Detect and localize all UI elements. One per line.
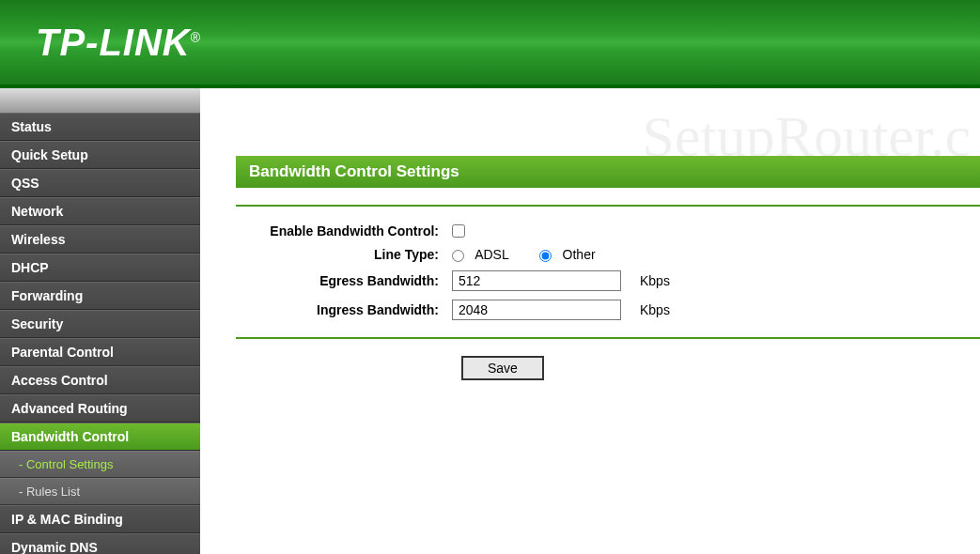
sidebar-item-ip-mac-binding[interactable]: IP & MAC Binding (0, 505, 200, 533)
header: TP-LINK® (0, 0, 980, 88)
radio-other-label: Other (563, 247, 596, 262)
divider-top (236, 205, 980, 207)
ingress-label: Ingress Bandwidth: (236, 302, 452, 317)
sidebar-item-security[interactable]: Security (0, 310, 200, 338)
sidebar-item-wireless[interactable]: Wireless (0, 225, 200, 254)
ingress-unit: Kbps (640, 302, 670, 317)
sidebar-item-qss[interactable]: QSS (0, 169, 200, 197)
content-area: SetupRouter.c Bandwidth Control Settings… (200, 113, 980, 554)
line-type-row: Line Type: ADSL Other (236, 247, 980, 262)
sidebar-sub-control-settings[interactable]: - Control Settings (0, 451, 200, 478)
sidebar-item-status[interactable]: Status (0, 113, 200, 141)
ingress-input[interactable] (452, 300, 621, 320)
radio-adsl[interactable] (452, 250, 464, 262)
page-title: Bandwidth Control Settings (236, 156, 980, 188)
header-gap (0, 88, 980, 113)
egress-unit: Kbps (640, 273, 670, 288)
save-button[interactable]: Save (461, 356, 544, 380)
enable-row: Enable Bandwidth Control: (236, 223, 980, 239)
line-type-label: Line Type: (236, 247, 452, 262)
egress-label: Egress Bandwidth: (236, 273, 452, 288)
main-container: Status Quick Setup QSS Network Wireless … (0, 113, 980, 554)
registered-mark: ® (191, 29, 201, 44)
settings-form: Enable Bandwidth Control: Line Type: ADS… (236, 223, 980, 320)
ingress-row: Ingress Bandwidth: Kbps (236, 300, 980, 320)
sidebar-item-dhcp[interactable]: DHCP (0, 254, 200, 282)
egress-input[interactable] (452, 270, 621, 291)
sidebar: Status Quick Setup QSS Network Wireless … (0, 113, 200, 554)
sidebar-item-access-control[interactable]: Access Control (0, 366, 200, 394)
radio-other-wrapper[interactable]: Other (539, 247, 596, 262)
radio-other[interactable] (539, 250, 552, 262)
brand-logo: TP-LINK® (36, 22, 201, 64)
sidebar-item-network[interactable]: Network (0, 197, 200, 225)
button-row: Save (236, 356, 980, 380)
egress-row: Egress Bandwidth: Kbps (236, 270, 980, 291)
brand-text: TP-LINK (36, 22, 191, 63)
sidebar-item-dynamic-dns[interactable]: Dynamic DNS (0, 533, 200, 554)
sidebar-sub-rules-list[interactable]: - Rules List (0, 478, 200, 505)
sidebar-item-quick-setup[interactable]: Quick Setup (0, 141, 200, 169)
divider-bottom (236, 337, 980, 339)
radio-adsl-label: ADSL (474, 247, 509, 262)
sidebar-item-bandwidth-control[interactable]: Bandwidth Control (0, 423, 200, 451)
sidebar-item-advanced-routing[interactable]: Advanced Routing (0, 394, 200, 423)
enable-checkbox[interactable] (452, 224, 465, 238)
sidebar-item-forwarding[interactable]: Forwarding (0, 282, 200, 310)
sidebar-item-parental-control[interactable]: Parental Control (0, 338, 200, 366)
enable-label: Enable Bandwidth Control: (236, 223, 452, 239)
radio-adsl-wrapper[interactable]: ADSL (452, 247, 509, 262)
